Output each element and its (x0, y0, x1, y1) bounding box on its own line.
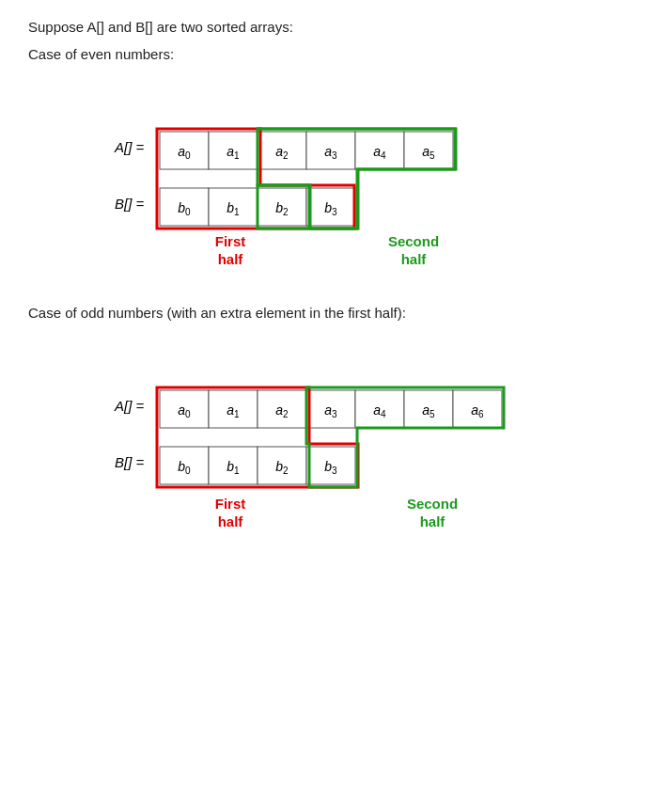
first-half-label-1: First (215, 233, 246, 249)
case2-label: Case of odd numbers (with an extra eleme… (28, 305, 644, 321)
first-half-label-2b: half (218, 513, 244, 529)
second-half-label-1: Second (388, 233, 439, 249)
first-half-label-2: First (215, 496, 246, 512)
second-half-label-2: Second (407, 496, 458, 512)
b-label-2: B[] = (115, 454, 145, 470)
case2-section: Case of odd numbers (with an extra eleme… (28, 305, 644, 535)
case1-section: Case of even numbers: A[] = B[] = a0 a1 … (28, 46, 644, 267)
intro-text: Suppose A[] and B[] are two sorted array… (28, 19, 644, 35)
case1-label: Case of even numbers: (28, 46, 644, 62)
a-label-2: A[] = (114, 398, 145, 414)
b-label-1: B[] = (115, 196, 145, 212)
first-half-label-1b: half (218, 251, 244, 267)
second-half-label-2b: half (420, 513, 446, 529)
second-half-label-1b: half (401, 251, 428, 267)
a-label-1: A[] = (114, 139, 145, 155)
